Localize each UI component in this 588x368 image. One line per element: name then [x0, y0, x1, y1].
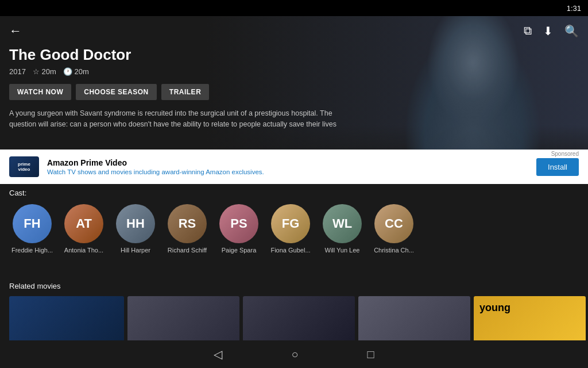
cast-section: Cast: FHFreddie High...ATAntonia Tho...H…	[0, 189, 588, 254]
toolbar: ← ⧉ ⬇ 🔍	[0, 16, 588, 46]
status-bar: 1:31	[0, 0, 588, 16]
cast-avatar: HH	[116, 204, 155, 243]
cast-name: Antonia Tho...	[61, 247, 107, 254]
cast-item[interactable]: CCChristina Ch...	[371, 204, 417, 254]
cast-name: Hill Harper	[113, 247, 158, 254]
action-buttons: WATCH NOW CHOOSE SEASON TRAILER	[9, 84, 579, 100]
cast-item[interactable]: RSRichard Schiff	[164, 204, 210, 254]
toolbar-actions: ⧉ ⬇ 🔍	[524, 24, 579, 38]
cast-name: Freddie High...	[9, 247, 55, 254]
collections-icon[interactable]: ⧉	[524, 24, 532, 38]
recent-nav-icon[interactable]: □	[368, 348, 374, 361]
cast-list: FHFreddie High...ATAntonia Tho...HHHill …	[9, 204, 579, 254]
ad-title: Amazon Prime Video	[47, 158, 528, 167]
show-year: 2017	[9, 67, 26, 76]
cast-item[interactable]: PSPaige Spara	[216, 204, 262, 254]
cast-item[interactable]: HHHill Harper	[113, 204, 158, 254]
show-duration: 🕐 20m	[63, 67, 89, 76]
ad-logo: primevideo	[9, 156, 39, 177]
nav-bar: ◁ ○ □	[0, 340, 588, 368]
main-content: The Good Doctor 2017 ☆ 20m 🕐 20m WATCH N…	[0, 46, 588, 130]
prime-video-logo-text: primevideo	[18, 162, 30, 172]
back-nav-icon[interactable]: ◁	[214, 347, 222, 361]
cast-item[interactable]: ATAntonia Tho...	[61, 204, 107, 254]
star-icon: ☆	[33, 67, 40, 76]
search-icon[interactable]: 🔍	[564, 24, 579, 38]
ad-text: Amazon Prime Video Watch TV shows and mo…	[47, 158, 528, 175]
download-icon[interactable]: ⬇	[543, 24, 553, 38]
trailer-button[interactable]: TRAILER	[161, 84, 210, 100]
show-meta: 2017 ☆ 20m 🕐 20m	[9, 67, 579, 76]
cast-item[interactable]: WLWill Yun Lee	[319, 204, 365, 254]
home-nav-icon[interactable]: ○	[291, 348, 298, 361]
back-button[interactable]: ←	[9, 24, 22, 39]
show-description: A young surgeon with Savant syndrome is …	[9, 108, 342, 130]
cast-avatar: WL	[323, 204, 362, 243]
ad-subtitle: Watch TV shows and movies including awar…	[47, 168, 528, 175]
clock-icon: 🕐	[63, 67, 72, 76]
related-title: Related movies	[9, 282, 579, 290]
cast-avatar: PS	[219, 204, 258, 243]
cast-item[interactable]: FGFiona Gubel...	[268, 204, 314, 254]
cast-name: Will Yun Lee	[319, 247, 365, 254]
install-button[interactable]: Install	[536, 158, 579, 176]
status-time: 1:31	[567, 4, 581, 13]
cast-avatar: FG	[271, 204, 310, 243]
cast-item[interactable]: FHFreddie High...	[9, 204, 55, 254]
cast-name: Paige Spara	[216, 247, 262, 254]
cast-avatar: FH	[13, 204, 52, 243]
ad-banner: Sponsored primevideo Amazon Prime Video …	[0, 150, 588, 184]
show-title: The Good Doctor	[9, 46, 579, 64]
show-rating: ☆ 20m	[33, 67, 56, 76]
cast-name: Fiona Gubel...	[268, 247, 314, 254]
cast-avatar: AT	[64, 204, 103, 243]
watch-now-button[interactable]: WATCH NOW	[9, 84, 71, 100]
cast-avatar: CC	[374, 204, 413, 243]
cast-avatar: RS	[168, 204, 207, 243]
sponsored-label: Sponsored	[551, 151, 579, 157]
cast-name: Christina Ch...	[371, 247, 417, 254]
choose-season-button[interactable]: CHOOSE SEASON	[76, 84, 157, 100]
cast-label: Cast:	[9, 189, 579, 197]
related-section: Related movies young	[0, 282, 588, 348]
cast-name: Richard Schiff	[164, 247, 210, 254]
